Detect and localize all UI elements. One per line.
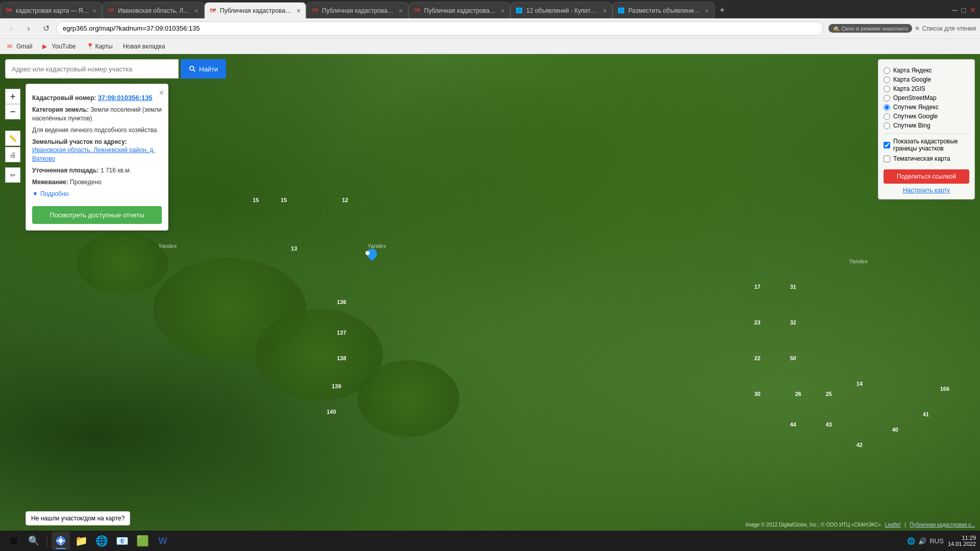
public-map-link[interactable]: Публичная кадастровая к... [910, 522, 975, 528]
system-clock[interactable]: 11:29 14.01.2022 [948, 535, 976, 547]
radio-google-sat[interactable] [884, 113, 890, 120]
share-button-label: Поделиться ссылкой [897, 173, 956, 180]
map-type-yandex-sat[interactable]: Спутник Яндекс [884, 104, 969, 111]
tab-3[interactable]: 🗺 Публичная кадастровая карта × [204, 2, 306, 18]
taskbar-word[interactable]: W [154, 532, 172, 550]
radio-yandex-sat[interactable] [884, 104, 890, 111]
taskbar-app-green[interactable]: 🟩 [133, 532, 152, 550]
tab-2-close[interactable]: × [194, 7, 199, 15]
bookmark-maps[interactable]: 📍 Карты [83, 42, 116, 51]
network-icon[interactable]: 🌐 [907, 537, 915, 545]
tab-7[interactable]: 🅰 Разместить объявление о про... × [612, 2, 715, 18]
bookmark-gmail[interactable]: ✉ Gmail [4, 42, 35, 51]
svg-point-35 [190, 66, 194, 70]
search-taskbar-button[interactable]: 🔍 [24, 532, 43, 550]
forward-button[interactable]: › [21, 21, 36, 36]
new-tab-button[interactable]: + [715, 2, 730, 18]
bottom-tooltip[interactable]: Не нашли участок/дом на карте? [26, 511, 130, 525]
clock-time: 11:29 [948, 535, 976, 541]
zoom-in-button[interactable]: + [5, 89, 20, 104]
separator: | [904, 522, 906, 528]
map-type-google-map[interactable]: Карта Google [884, 76, 969, 83]
bookmark-new-tab[interactable]: Новая вкладка [120, 42, 168, 51]
cadastral-checkbox-row[interactable]: Показать кадастровые границы участков [884, 138, 969, 152]
cadastral-checkbox[interactable] [884, 142, 890, 148]
clock-date: 14.01.2022 [948, 541, 976, 547]
chevron-down-icon: ▼ [32, 190, 38, 198]
tab-2[interactable]: 🗺 Ивановская область, Лежне... × [102, 2, 204, 18]
tab-6-close[interactable]: × [603, 7, 607, 15]
lang-icon[interactable]: RUS [929, 537, 943, 545]
popup-kadnum-link[interactable]: 37:09:010356:135 [98, 94, 153, 102]
volume-icon[interactable]: 🔊 [918, 537, 926, 545]
back-button[interactable]: ‹ [4, 21, 18, 36]
tab-2-favicon: 🗺 [108, 7, 115, 14]
taskbar-outlook[interactable]: 📧 [113, 532, 131, 550]
incognito-label: Окно в режиме инкогнито [842, 26, 908, 32]
print-tool[interactable]: 🖨 [5, 147, 20, 162]
tab-6[interactable]: 🅰 12 объявлений - Купить земл... × [510, 2, 612, 18]
ie-icon: 🌐 [95, 535, 108, 547]
copyright-text: Image © 2012 DigitalGlobe, Inc.; © ООО И… [746, 522, 881, 528]
svg-line-36 [193, 70, 195, 72]
popup-address-link[interactable]: Ивановская область, Лежневский район, д.… [32, 146, 155, 162]
youtube-icon: ▶ [42, 43, 50, 50]
radio-yandex-map[interactable] [884, 67, 890, 74]
taskbar-sep-1 [47, 535, 47, 547]
popup-report-button[interactable]: Посмотреть доступные отчеты [32, 206, 162, 224]
radio-google-map[interactable] [884, 77, 890, 83]
label-bing-sat: Спутник Bing [893, 122, 930, 129]
popup-address-label: Земельный участок по адресу: [32, 138, 127, 145]
edit-tool[interactable]: ✏ [5, 167, 20, 183]
map-type-yandex-map[interactable]: Карта Яндекс [884, 67, 969, 74]
close-btn[interactable]: ✕ [970, 6, 976, 14]
bookmark-new-tab-label: Новая вкладка [123, 43, 165, 50]
map-type-bing-sat[interactable]: Спутник Bing [884, 122, 969, 129]
settings-link[interactable]: Настроить карту [884, 187, 969, 194]
tab-4-close[interactable]: × [399, 7, 403, 15]
reading-list-icon[interactable]: ≡ [915, 24, 919, 32]
taskbar-ie[interactable]: 🌐 [92, 532, 111, 550]
tab-4[interactable]: 🗺 Публичная кадастровая карт... × [306, 2, 408, 18]
tab-5[interactable]: 🗺 Публичная кадастровая карт... × [408, 2, 510, 18]
share-button[interactable]: Поделиться ссылкой [884, 169, 969, 184]
radio-2gis[interactable] [884, 86, 890, 92]
tab-1[interactable]: 🗺 кадастровая карта — Яндекс... × [0, 2, 102, 18]
tab-7-close[interactable]: × [705, 7, 709, 15]
popup-survey-row: Межевание: Проведено [32, 178, 162, 187]
popup-close-button[interactable]: × [159, 88, 164, 97]
reload-button[interactable]: ↺ [39, 21, 53, 36]
radio-osm[interactable] [884, 95, 890, 102]
search-input[interactable] [5, 59, 179, 79]
leaflet-link[interactable]: Leaflet [885, 522, 900, 528]
taskbar-chrome[interactable] [52, 532, 70, 550]
zoom-out-button[interactable]: − [5, 104, 20, 119]
tab-2-title: Ивановская область, Лежне... [118, 7, 191, 14]
nav-bar: ‹ › ↺ 🕵 Окно в режиме инкогнито ≡ Список… [0, 18, 980, 39]
map-type-google-sat[interactable]: Спутник Google [884, 113, 969, 120]
thematic-checkbox-row[interactable]: Тематическая карта [884, 155, 969, 162]
radio-bing-sat[interactable] [884, 122, 890, 129]
tray-icons: 🌐 🔊 RUS [907, 537, 943, 545]
map-type-osm[interactable]: OpenStreetMap [884, 94, 969, 102]
map-pin [362, 248, 373, 262]
maximize-btn[interactable]: □ [962, 6, 966, 14]
taskbar-explorer[interactable]: 📁 [72, 532, 90, 550]
address-bar[interactable] [56, 21, 823, 36]
ruler-tool[interactable]: 📏 [5, 131, 20, 146]
map-type-2gis[interactable]: Карта 2GIS [884, 85, 969, 92]
tree-patch-6 [357, 360, 459, 437]
reading-list-label[interactable]: Список для чтения [922, 25, 976, 32]
minimize-btn[interactable]: ─ [952, 6, 958, 14]
tab-6-favicon: 🅰 [516, 7, 523, 14]
tab-bar: 🗺 кадастровая карта — Яндекс... × 🗺 Иван… [0, 0, 980, 18]
tab-1-close[interactable]: × [92, 7, 96, 15]
search-button[interactable]: Найти [181, 59, 226, 79]
start-button[interactable]: ⊞ [4, 532, 22, 550]
tab-3-close[interactable]: × [297, 7, 301, 15]
popup-details-link[interactable]: ▼ Подробно [32, 190, 162, 198]
bookmark-youtube[interactable]: ▶ YouTube [39, 42, 79, 51]
map-container[interactable]: 15 15 12 13 136 137 138 139 140 17 31 23… [0, 54, 980, 531]
tab-5-close[interactable]: × [501, 7, 505, 15]
thematic-checkbox[interactable] [884, 156, 890, 162]
